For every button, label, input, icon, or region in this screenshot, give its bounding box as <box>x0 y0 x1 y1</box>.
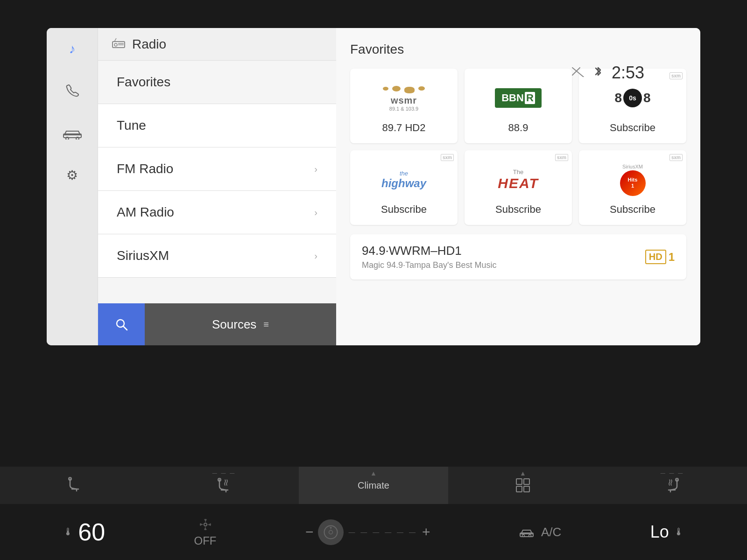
fan-speed-control: − — — — — — — + <box>305 519 430 545</box>
hd-number: 1 <box>669 251 675 264</box>
hd-badge: HD 1 <box>645 250 675 264</box>
climate-bar: — — — ▲ Climate ▲ <box>0 467 747 560</box>
chevron-right-icon: › <box>314 251 317 261</box>
fav-card-bbn[interactable]: BBNR 88.9 <box>465 69 572 143</box>
climate-tabs: — — — ▲ Climate ▲ <box>0 467 747 504</box>
menu-item-siriusxm[interactable]: SiriusXM › <box>98 234 336 278</box>
wsmr-logo: wsmr 89.1 & 103.9 <box>359 78 448 118</box>
eighties-label: Subscribe <box>610 122 655 134</box>
seat-heat-left-tab[interactable]: — — — <box>149 467 299 504</box>
hd-label: HD <box>645 250 666 264</box>
fav-card-heat[interactable]: sxm The HEAT Subscribe <box>465 150 572 225</box>
svg-rect-15 <box>524 486 529 492</box>
header-right: 2:53 <box>571 63 644 83</box>
svg-rect-13 <box>524 479 529 484</box>
temp-right-icon: 🌡 <box>674 526 684 538</box>
now-playing-bar[interactable]: 94.9·WWRM–HD1 Magic 94.9·Tampa Bay's Bes… <box>350 234 686 280</box>
bluetooth-icon <box>594 65 602 80</box>
seat-adjust-tab[interactable] <box>0 467 149 504</box>
bbn-label: 88.9 <box>508 122 529 134</box>
chevron-right-icon: › <box>314 164 317 175</box>
radio-header-icon <box>112 38 125 51</box>
menu-item-favorites[interactable]: Favorites <box>98 61 336 104</box>
highway-label: Subscribe <box>381 203 427 216</box>
temp-right-value: Lo <box>650 522 669 542</box>
now-playing-info: 94.9·WWRM–HD1 Magic 94.9·Tampa Bay's Bes… <box>362 244 497 270</box>
phone-icon[interactable] <box>61 79 84 103</box>
bbn-logo: BBNR <box>474 78 563 118</box>
right-panel: Favorites wsmr 89.1 & 103.9 <box>336 28 700 345</box>
svg-point-2 <box>76 137 79 140</box>
temp-left-icon: 🌡 <box>63 526 73 538</box>
page-title: Radio <box>132 37 166 52</box>
sources-button[interactable]: Sources ≡ <box>145 303 336 345</box>
svg-line-8 <box>123 326 127 330</box>
fan-label: OFF <box>194 534 217 547</box>
fav-card-highway[interactable]: sxm the highway Subscribe <box>350 150 458 225</box>
music-icon[interactable]: ♪ <box>61 37 84 61</box>
fan-plus-button[interactable]: + <box>422 524 430 540</box>
fan-minus-button[interactable]: − <box>305 524 314 540</box>
svg-point-21 <box>522 535 524 537</box>
heat-logo: The HEAT <box>474 160 563 200</box>
hits1-label: Subscribe <box>610 203 655 216</box>
chevron-right-icon: › <box>314 207 317 218</box>
left-panel: Radio Favorites Tune FM Radio › AM Radio… <box>98 28 336 345</box>
svg-point-17 <box>204 523 207 526</box>
temp-right-display: Lo 🌡 <box>650 522 684 542</box>
svg-point-1 <box>66 137 69 140</box>
menu-list: Favorites Tune FM Radio › AM Radio › Sir… <box>98 61 336 303</box>
fan-dial[interactable] <box>318 519 344 545</box>
hamburger-icon: ≡ <box>263 319 269 330</box>
fan-section: OFF <box>194 517 217 547</box>
favorites-title: Favorites <box>350 42 686 57</box>
temp-left-display: 🌡 60 <box>63 518 105 546</box>
favorites-grid: wsmr 89.1 & 103.9 89.7 HD2 BBNR 88.9 sxm <box>350 69 686 225</box>
main-screen: ♪ ⚙ <box>47 28 700 345</box>
menu-item-tune[interactable]: Tune <box>98 104 336 147</box>
ac-label: A/C <box>541 525 561 539</box>
fav-card-hits1[interactable]: sxm SiriusXM Hits1 Subscribe <box>579 150 686 225</box>
svg-point-22 <box>529 535 531 537</box>
climate-controls: 🌡 60 OFF − — — — — <box>0 504 747 560</box>
heat-label: Subscribe <box>495 203 541 216</box>
climate-tab-label: Climate <box>358 480 389 491</box>
climate-main-tab[interactable]: ▲ Climate <box>299 467 448 504</box>
hits1-logo: SiriusXM Hits1 <box>588 160 677 200</box>
settings-icon[interactable]: ⚙ <box>61 163 84 187</box>
now-playing-desc: Magic 94.9·Tampa Bay's Best Music <box>362 260 497 270</box>
menu-item-fm-radio[interactable]: FM Radio › <box>98 147 336 191</box>
clock-display: 2:53 <box>612 63 644 83</box>
svg-point-4 <box>114 43 117 46</box>
grid-tab[interactable]: ▲ <box>448 467 598 504</box>
fan-dashes: — — — — — — <box>348 528 417 536</box>
now-playing-station: 94.9·WWRM–HD1 <box>362 244 497 258</box>
search-button[interactable] <box>98 303 145 345</box>
menu-item-am-radio[interactable]: AM Radio › <box>98 191 336 234</box>
ac-section: A/C <box>519 525 561 539</box>
sidebar-icons: ♪ ⚙ <box>47 28 98 345</box>
seat-heat-right-tab[interactable]: — — — <box>598 467 747 504</box>
fav-card-wsmr[interactable]: wsmr 89.1 & 103.9 89.7 HD2 <box>350 69 458 143</box>
bottom-buttons: Sources ≡ <box>98 303 336 345</box>
highway-logo: the highway <box>359 160 448 200</box>
car-icon[interactable] <box>61 121 84 145</box>
temp-left-value: 60 <box>78 518 105 546</box>
signal-off-icon <box>571 67 585 79</box>
svg-rect-12 <box>516 479 522 484</box>
svg-rect-14 <box>516 486 522 492</box>
wsmr-label: 89.7 HD2 <box>382 122 426 134</box>
header-bar: Radio <box>98 28 336 61</box>
eighties-logo: 8 0s 8 <box>588 78 677 118</box>
